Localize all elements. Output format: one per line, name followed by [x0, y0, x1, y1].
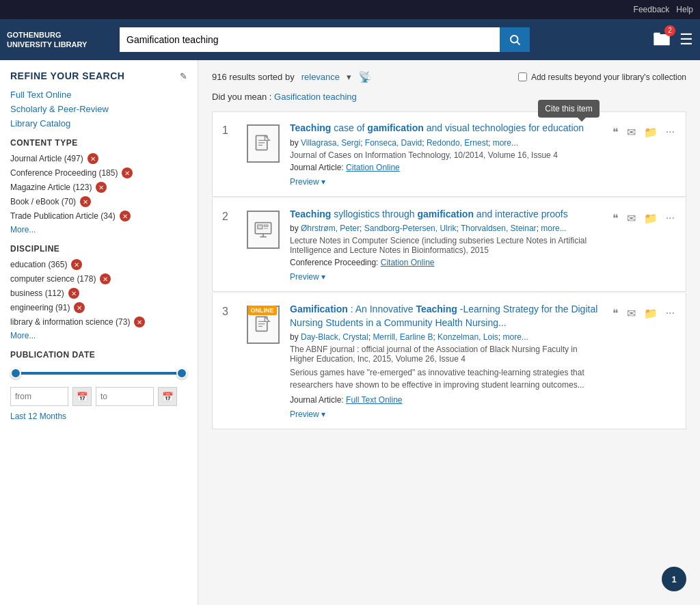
author-link[interactable]: Redondo, Ernest	[427, 138, 488, 148]
result-body-3: Gamification : An Innovative Teaching -L…	[290, 303, 603, 419]
remove-book[interactable]: ✕	[80, 196, 91, 207]
preview-link-3[interactable]: Preview ▾	[290, 409, 325, 419]
discipline-title: DISCIPLINE	[10, 244, 187, 254]
cite-button-2[interactable]: ❝	[611, 211, 620, 226]
folder-button-2[interactable]: 📁	[643, 211, 659, 226]
main-layout: REFINE YOUR SEARCH ✎ Full Text Online Sc…	[0, 60, 700, 605]
sort-relevance-link[interactable]: relevance	[301, 72, 340, 82]
author-link[interactable]: Merrill, Earline B	[373, 332, 433, 342]
add-results-checkbox[interactable]	[518, 72, 527, 81]
document-icon-3	[254, 315, 273, 334]
remove-engineering[interactable]: ✕	[74, 302, 85, 313]
edit-icon[interactable]: ✎	[180, 71, 187, 81]
result-number-3: 3	[222, 303, 236, 419]
calendar-from-button[interactable]: 📅	[72, 387, 92, 406]
result-title-3[interactable]: Gamification : An Innovative Teaching -L…	[290, 303, 603, 330]
folder-button-1[interactable]: 📁	[643, 124, 659, 140]
cite-tooltip: Cite this item	[538, 100, 599, 118]
content-area: 916 results sorted by relevance ▾ 📡 Add …	[198, 60, 700, 605]
result-type-link-3[interactable]: Full Text Online	[346, 395, 402, 405]
result-icon-2	[244, 208, 282, 282]
content-type-title: CONTENT TYPE	[10, 138, 187, 148]
calendar-to-button[interactable]: 📅	[158, 387, 177, 406]
author-link[interactable]: Thorvaldsen, Steinar	[461, 224, 537, 233]
date-to-input[interactable]	[96, 387, 154, 406]
author-link[interactable]: Day-Black, Crystal	[301, 332, 368, 342]
email-button-1[interactable]: ✉	[625, 124, 637, 140]
more-actions-2[interactable]: ···	[664, 211, 676, 226]
date-slider[interactable]	[10, 366, 187, 380]
sidebar-link-scholarly[interactable]: Scholarly & Peer-Review	[10, 104, 187, 114]
presentation-icon	[254, 220, 273, 239]
menu-icon[interactable]: ☰	[679, 31, 693, 49]
result-title-1[interactable]: Teaching case of gamification and visual…	[290, 122, 603, 135]
cite-button-3[interactable]: ❝	[611, 306, 620, 321]
discipline-more[interactable]: More...	[10, 331, 187, 340]
pub-date-title: PUBLICATION DATE	[10, 350, 187, 360]
result-authors-2: by Øhrstrøm, Peter; Sandborg-Petersen, U…	[290, 224, 603, 233]
rss-icon[interactable]: 📡	[358, 70, 372, 83]
result-actions-1: Cite this item ❝ ✉ 📁 ···	[611, 122, 676, 187]
result-type-link-1[interactable]: Citation Online	[346, 163, 400, 172]
svg-rect-3	[654, 32, 660, 36]
remove-business[interactable]: ✕	[68, 288, 79, 299]
email-button-3[interactable]: ✉	[625, 306, 637, 321]
sidebar-link-library[interactable]: Library Catalog	[10, 118, 187, 129]
preview-link-1[interactable]: Preview ▾	[290, 177, 325, 187]
slider-right-handle[interactable]	[176, 368, 187, 379]
remove-conference[interactable]: ✕	[122, 167, 133, 178]
remove-trade[interactable]: ✕	[120, 211, 131, 221]
svg-rect-13	[264, 228, 268, 228]
result-source-1: Journal of Cases on Information Technolo…	[290, 150, 603, 160]
more-actions-3[interactable]: ···	[664, 306, 676, 321]
sidebar-link-fulltext[interactable]: Full Text Online	[10, 90, 187, 100]
filter-magazine: Magazine Article (123) ✕	[10, 182, 187, 193]
date-from-input[interactable]	[10, 387, 68, 406]
author-link[interactable]: Øhrstrøm, Peter	[301, 224, 360, 233]
date-inputs: 📅 📅	[10, 387, 187, 406]
search-button[interactable]	[500, 27, 530, 52]
result-body-1: Teaching case of gamification and visual…	[290, 122, 603, 187]
folder-button-3[interactable]: 📁	[643, 306, 659, 321]
filter-engineering: engineering (91) ✕	[10, 302, 187, 313]
header: GOTHENBURG UNIVERSITY LIBRARY 2 ☰	[0, 19, 700, 60]
author-link[interactable]: Fonseca, David	[365, 138, 422, 148]
result-title-2[interactable]: Teaching syllogistics through gamificati…	[290, 208, 603, 221]
remove-magazine[interactable]: ✕	[96, 182, 107, 193]
remove-cs[interactable]: ✕	[100, 273, 111, 284]
doc-icon-2	[247, 211, 280, 249]
result-type-link-2[interactable]: Citation Online	[381, 258, 435, 267]
remove-education[interactable]: ✕	[71, 259, 82, 270]
result-authors-3: by Day-Black, Crystal; Merrill, Earline …	[290, 332, 603, 342]
doc-icon-3: online	[247, 306, 280, 344]
content-type-more[interactable]: More...	[10, 225, 187, 234]
author-link[interactable]: Konzelman, Lois	[438, 332, 498, 342]
author-link[interactable]: Villagrasa, Sergi	[301, 138, 360, 148]
remove-library-science[interactable]: ✕	[134, 317, 145, 327]
more-actions-1[interactable]: ···	[664, 124, 676, 139]
search-icon	[509, 33, 521, 46]
did-you-mean: Did you mean : Gasification teaching	[212, 92, 686, 102]
svg-point-0	[511, 36, 518, 43]
result-item-3: 3 online Gamification : An Innovati	[212, 293, 686, 429]
scroll-to-top-button[interactable]: 1	[662, 567, 686, 591]
search-input[interactable]	[120, 27, 500, 52]
cart-icon[interactable]: 2	[652, 29, 671, 51]
author-link[interactable]: more...	[493, 138, 518, 148]
preview-link-2[interactable]: Preview ▾	[290, 272, 325, 282]
help-link[interactable]: Help	[676, 5, 693, 14]
remove-journal-article[interactable]: ✕	[88, 153, 98, 164]
email-button-2[interactable]: ✉	[625, 211, 637, 226]
author-link[interactable]: more...	[502, 332, 528, 342]
filter-conference: Conference Proceeding (185) ✕	[10, 167, 187, 178]
result-type-3: Journal Article: Full Text Online	[290, 395, 603, 405]
slider-left-handle[interactable]	[10, 368, 21, 379]
did-you-mean-link[interactable]: Gasification teaching	[274, 92, 357, 102]
feedback-link[interactable]: Feedback	[634, 5, 670, 14]
last-12-months-link[interactable]: Last 12 Months	[10, 412, 187, 421]
cite-button-1[interactable]: ❝	[611, 124, 620, 140]
filter-cs: computer science (178) ✕	[10, 273, 187, 284]
author-link[interactable]: Sandborg-Petersen, Ulrik	[364, 224, 457, 233]
pub-date-section: PUBLICATION DATE 📅 📅 Last 12 Months	[10, 350, 187, 421]
author-link[interactable]: more...	[541, 224, 566, 233]
